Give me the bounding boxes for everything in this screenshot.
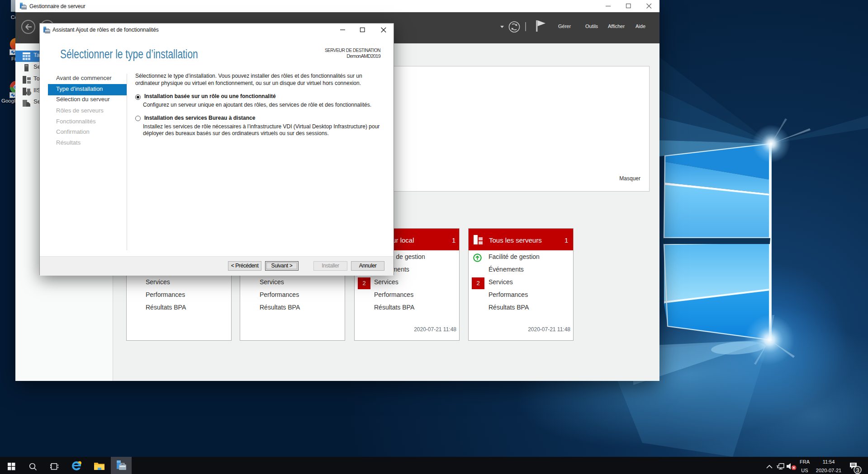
svg-text:3: 3 (856, 467, 859, 474)
